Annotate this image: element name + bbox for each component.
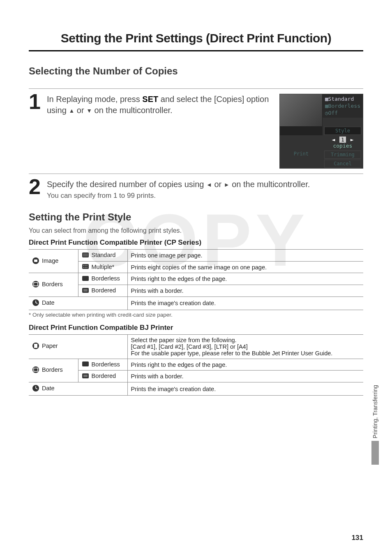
cp-heading: Direct Print Function Compatible Printer… — [29, 239, 363, 247]
description: Prints with a border. — [127, 371, 363, 382]
step-2: 2 Specify the desired number of copies u… — [29, 177, 363, 200]
label: Image — [42, 257, 58, 264]
label: Borderless — [92, 275, 120, 282]
image-icon — [32, 257, 39, 266]
left-triangle-icon: ◄ — [206, 181, 212, 189]
step-text: Specify the desired number of copies usi… — [47, 179, 363, 190]
text-fragment: or — [212, 180, 224, 189]
right-arrow-icon: ► — [349, 137, 355, 143]
lcd-cancel-button: Cancel — [324, 160, 361, 168]
date-icon — [32, 385, 39, 393]
lcd-copies-label: copies — [333, 143, 352, 149]
description: Prints eight copies of the same image on… — [127, 261, 363, 273]
standard-icon — [82, 252, 89, 259]
step-number: 2 — [29, 177, 43, 197]
description: Prints with a border. — [127, 285, 363, 297]
label: Date — [42, 385, 55, 392]
label: Borders — [42, 281, 63, 287]
svg-rect-8 — [83, 267, 84, 268]
svg-rect-23 — [83, 375, 88, 377]
label: Paper — [42, 343, 58, 350]
table-row: Date Prints the image's creation date. — [29, 297, 363, 310]
step-subtext: You can specify from 1 to 99 prints. — [47, 192, 363, 200]
svg-rect-3 — [83, 253, 88, 257]
page-number: 131 — [352, 534, 363, 542]
lcd-opt-off: Off — [328, 110, 338, 116]
text-fragment: In Replaying mode, press — [47, 95, 142, 104]
divider — [29, 174, 363, 174]
svg-rect-5 — [83, 265, 84, 266]
svg-rect-1 — [34, 259, 37, 262]
border-icon: ▦ — [325, 103, 328, 109]
label: Standard — [92, 252, 116, 258]
date-icon — [32, 299, 39, 308]
text-fragment: or — [74, 106, 86, 115]
table-row: Borders Borderless Prints right to the e… — [29, 359, 363, 371]
paper-desc-line: Select the paper size from the following… — [131, 337, 360, 343]
chapter-title: Setting the Print Settings (Direct Print… — [29, 29, 363, 51]
bordered-icon — [82, 373, 89, 380]
table-row: Borders Borderless Prints right to the e… — [29, 273, 363, 285]
description: Prints right to the edges of the page. — [127, 273, 363, 285]
up-triangle-icon: ▲ — [69, 107, 74, 115]
svg-rect-10 — [86, 267, 88, 268]
svg-rect-9 — [85, 267, 86, 268]
table-row: Paper Select the paper size from the fol… — [29, 334, 363, 359]
table-row: Bordered Prints with a border. — [29, 285, 363, 297]
size-icon: ▦ — [325, 96, 328, 102]
svg-rect-13 — [82, 276, 89, 281]
divider — [29, 88, 363, 89]
section-title-2: Setting the Print Style — [29, 211, 363, 223]
table-row: Image Standard Prints one image per page… — [29, 250, 363, 262]
lcd-copies-value: 1 — [339, 137, 346, 143]
bj-heading: Direct Print Function Compatible BJ Prin… — [29, 324, 363, 332]
side-tab-bar — [371, 441, 379, 465]
svg-rect-18 — [34, 344, 37, 348]
set-key: SET — [142, 95, 158, 104]
bj-table: Paper Select the paper size from the fol… — [29, 334, 363, 396]
table-row: Bordered Prints with a border. — [29, 371, 363, 382]
svg-rect-15 — [83, 289, 88, 292]
description: Prints one image per page. — [127, 250, 363, 262]
step-text: In Replaying mode, press SET and select … — [47, 94, 274, 116]
label: Borders — [42, 367, 63, 373]
cp-footnote: * Only selectable when printing with cre… — [29, 312, 363, 318]
lcd-opt-standard: Standard — [328, 96, 354, 102]
svg-rect-7 — [86, 265, 88, 266]
borders-icon — [32, 366, 39, 375]
text-fragment: on the multicontroller. — [92, 106, 173, 115]
left-arrow-icon: ◄ — [330, 137, 336, 143]
label: Multiple* — [92, 264, 115, 270]
text-fragment: on the multicontroller. — [230, 180, 310, 189]
borderless-icon — [82, 361, 89, 368]
step-1: 1 In Replaying mode, press SET and selec… — [29, 92, 363, 169]
table-row: Multiple* Prints eight copies of the sam… — [29, 261, 363, 273]
svg-rect-4 — [82, 264, 89, 269]
cp-table: Image Standard Prints one image per page… — [29, 249, 363, 310]
paper-desc-line: For the usable paper type, please refer … — [131, 350, 360, 357]
description: Prints the image's creation date. — [127, 297, 363, 310]
label: Bordered — [92, 287, 116, 294]
side-tab: Printing, Transferring — [370, 382, 380, 465]
lcd-opt-borderless: Borderless — [328, 103, 360, 109]
label: Borderless — [92, 361, 120, 368]
lcd-style-button: Style — [324, 127, 361, 135]
paper-desc-line: [Card #1], [Card #2], [Card #3], [LTR] o… — [131, 343, 360, 350]
lcd-print-button: Print — [280, 150, 323, 159]
down-triangle-icon: ▼ — [86, 107, 92, 115]
description: Select the paper size from the following… — [127, 334, 363, 359]
multiple-icon — [82, 264, 89, 271]
step-number: 1 — [29, 92, 43, 111]
side-tab-label: Printing, Transferring — [372, 382, 378, 441]
right-triangle-icon: ► — [224, 181, 230, 189]
bordered-icon — [82, 287, 89, 294]
borders-icon — [32, 280, 39, 289]
clock-icon: ◷ — [325, 110, 328, 116]
borderless-icon — [82, 276, 89, 283]
label: Bordered — [92, 373, 116, 379]
table-row: Date Prints the image's creation date. — [29, 382, 363, 396]
lcd-screenshot: ▦Standard ▦Borderless ◷Off Style ◄ 1 ► — [279, 94, 363, 169]
description: Prints the image's creation date. — [127, 382, 363, 396]
lcd-trimming-button: Trimming — [324, 151, 361, 159]
svg-rect-21 — [82, 361, 89, 366]
